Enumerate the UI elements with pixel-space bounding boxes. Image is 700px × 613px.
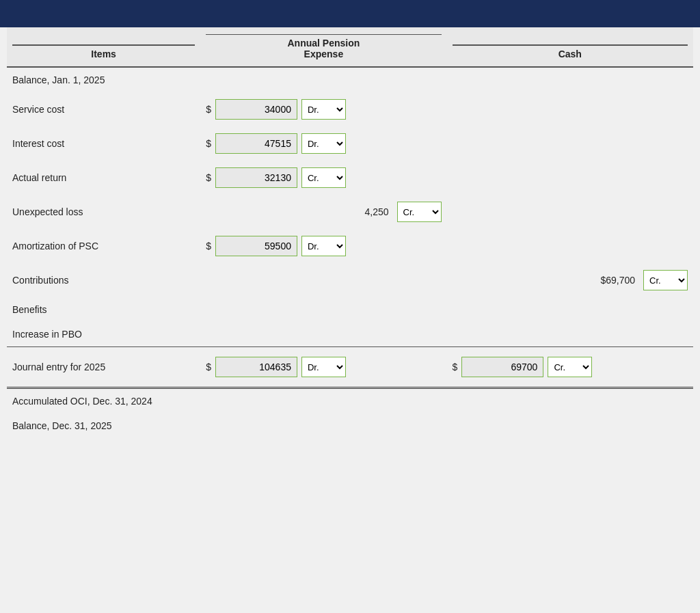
cash-cell: $Dr.Cr. (447, 347, 693, 388)
cash-cell (447, 322, 693, 347)
cash-cell (447, 297, 693, 322)
pension-cell (200, 67, 446, 92)
table-row: Actual return$Dr.Cr. (7, 161, 693, 195)
row-label: Benefits (7, 297, 200, 322)
pension-value-input[interactable] (215, 357, 297, 377)
cash-cell (447, 388, 693, 414)
table-row: Interest cost$Dr.Cr. (7, 126, 693, 161)
pension-cell (200, 263, 446, 297)
table-row: Contributions$69,700Dr.Cr. (7, 263, 693, 297)
cash-cell (447, 126, 693, 161)
row-label: Contributions (7, 263, 200, 297)
pension-cell: $Dr.Cr. (200, 229, 446, 263)
pension-plain-value: 4,250 (365, 206, 393, 217)
cash-plain-value: $69,700 (600, 275, 639, 286)
row-label: Accumulated OCI, Dec. 31, 2024 (7, 388, 200, 414)
dollar-sign: $ (206, 138, 211, 149)
table-row: Amortization of PSC$Dr.Cr. (7, 229, 693, 263)
pension-cell (200, 297, 446, 322)
cash-value-input[interactable] (461, 357, 543, 377)
cash-dr-cr-select[interactable]: Dr.Cr. (643, 270, 688, 290)
pension-cell: $Dr.Cr. (200, 161, 446, 195)
dollar-sign: $ (206, 362, 211, 372)
cash-cell (447, 413, 693, 438)
dollar-sign: $ (206, 104, 211, 115)
cash-cell: $69,700Dr.Cr. (447, 263, 693, 297)
pension-dr-cr-select[interactable]: Dr.Cr. (301, 167, 346, 188)
cash-header: Cash (447, 27, 693, 67)
page-wrapper: Items Annual Pension Expense Cash Balanc… (0, 0, 700, 613)
row-label: Journal entry for 2025 (7, 347, 200, 388)
cash-cell (447, 161, 693, 195)
items-header: Items (7, 27, 200, 67)
pension-value-input[interactable] (215, 133, 297, 154)
table-row: Unexpected loss4,250Dr.Cr. (7, 195, 693, 229)
pension-dr-cr-select[interactable]: Dr.Cr. (301, 133, 346, 154)
row-label: Actual return (7, 161, 200, 195)
main-table: Items Annual Pension Expense Cash Balanc… (7, 27, 693, 438)
table-container: Items Annual Pension Expense Cash Balanc… (0, 27, 700, 452)
cash-cell (447, 92, 693, 126)
row-label: Interest cost (7, 126, 200, 161)
row-label: Increase in PBO (7, 322, 200, 347)
row-label: Amortization of PSC (7, 229, 200, 263)
pension-dr-cr-select[interactable]: Dr.Cr. (301, 99, 346, 120)
row-label: Service cost (7, 92, 200, 126)
header-row: Items Annual Pension Expense Cash (7, 27, 693, 67)
table-row: Benefits (7, 297, 693, 322)
pension-dr-cr-select[interactable]: Dr.Cr. (397, 202, 442, 222)
cash-dr-cr-select[interactable]: Dr.Cr. (548, 357, 592, 377)
pension-cell: $Dr.Cr. (200, 92, 446, 126)
pension-value-input[interactable] (215, 99, 297, 120)
table-body: Balance, Jan. 1, 2025Service cost$Dr.Cr.… (7, 67, 693, 438)
cash-cell (447, 195, 693, 229)
pension-cell (200, 322, 446, 347)
row-label: Balance, Jan. 1, 2025 (7, 67, 200, 92)
table-row: Service cost$Dr.Cr. (7, 92, 693, 126)
pension-dr-cr-select[interactable]: Dr.Cr. (301, 236, 346, 256)
top-bar (0, 0, 700, 27)
pension-cell: $Dr.Cr. (200, 126, 446, 161)
table-row: Balance, Dec. 31, 2025 (7, 413, 693, 438)
table-row: Accumulated OCI, Dec. 31, 2024 (7, 388, 693, 414)
pension-value-input[interactable] (215, 236, 297, 256)
pension-header: Annual Pension Expense (200, 27, 446, 67)
pension-cell: 4,250Dr.Cr. (200, 195, 446, 229)
dollar-sign: $ (206, 241, 211, 251)
pension-dr-cr-select[interactable]: Dr.Cr. (301, 357, 346, 377)
pension-value-input[interactable] (215, 167, 297, 188)
pension-cell (200, 413, 446, 438)
row-label: Balance, Dec. 31, 2025 (7, 413, 200, 438)
cash-cell (447, 229, 693, 263)
table-row: Journal entry for 2025$Dr.Cr.$Dr.Cr. (7, 347, 693, 388)
cash-cell (447, 67, 693, 92)
table-row: Increase in PBO (7, 322, 693, 347)
dollar-sign: $ (206, 172, 211, 183)
pension-cell: $Dr.Cr. (200, 347, 446, 388)
pension-cell (200, 388, 446, 414)
table-row: Balance, Jan. 1, 2025 (7, 67, 693, 92)
dollar-sign: $ (453, 362, 458, 372)
row-label: Unexpected loss (7, 195, 200, 229)
